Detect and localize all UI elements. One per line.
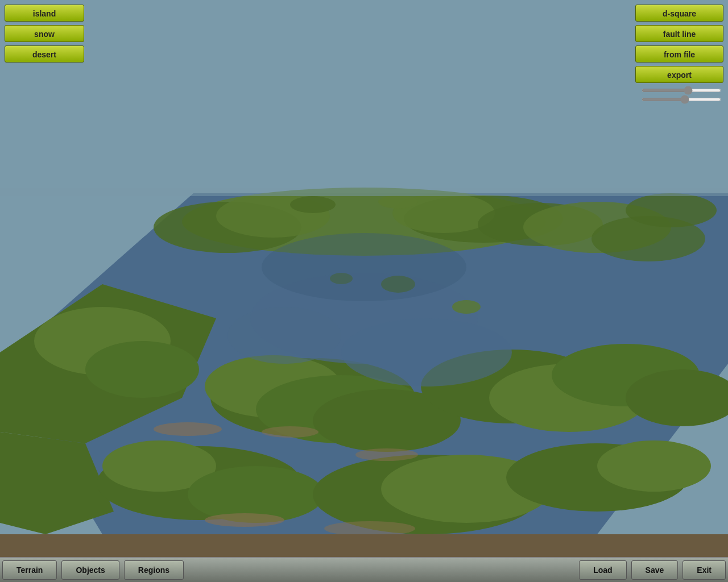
svg-point-10 <box>626 193 717 227</box>
svg-point-43 <box>262 233 466 301</box>
from-file-button[interactable]: from file <box>635 45 723 63</box>
sliders-container <box>642 89 723 101</box>
svg-point-14 <box>85 341 199 398</box>
load-button[interactable]: Load <box>579 560 626 580</box>
snow-button[interactable]: snow <box>5 25 84 42</box>
slider-1[interactable] <box>642 89 721 92</box>
svg-point-41 <box>290 196 336 213</box>
terrain-view <box>0 0 728 557</box>
objects-tab-button[interactable]: Objects <box>61 560 119 580</box>
svg-point-31 <box>262 426 318 438</box>
svg-marker-44 <box>0 534 728 557</box>
svg-point-37 <box>228 307 341 364</box>
svg-point-36 <box>341 318 512 386</box>
island-button[interactable]: island <box>5 5 84 22</box>
viewport: island snow desert d-square fault line f… <box>0 0 728 557</box>
export-button[interactable]: export <box>635 66 723 83</box>
exit-button[interactable]: Exit <box>682 560 726 580</box>
terrain-tab-button[interactable]: Terrain <box>2 560 57 580</box>
d-square-button[interactable]: d-square <box>635 5 723 22</box>
regions-tab-button[interactable]: Regions <box>124 560 184 580</box>
bottom-bar: Terrain Objects Regions Load Save Exit <box>0 557 728 582</box>
svg-point-39 <box>452 300 481 314</box>
slider-row-2 <box>642 98 721 101</box>
desert-button[interactable]: desert <box>5 45 84 63</box>
slider-2[interactable] <box>642 98 721 101</box>
svg-point-29 <box>597 440 711 492</box>
svg-point-33 <box>205 513 284 527</box>
svg-point-34 <box>324 521 415 536</box>
left-panel: island snow desert <box>5 5 84 63</box>
svg-point-32 <box>355 448 418 461</box>
fault-line-button[interactable]: fault line <box>635 25 723 42</box>
svg-rect-45 <box>0 188 728 196</box>
slider-row-1 <box>642 89 721 92</box>
svg-point-42 <box>378 195 418 209</box>
right-panel: d-square fault line from file export <box>635 5 723 101</box>
save-button[interactable]: Save <box>631 560 679 580</box>
svg-point-30 <box>154 422 222 436</box>
